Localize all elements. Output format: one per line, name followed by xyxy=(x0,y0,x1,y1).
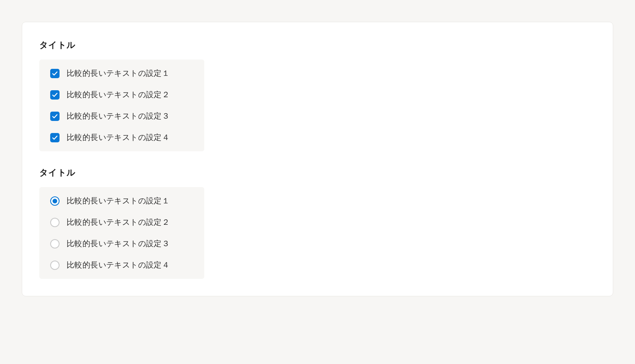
radio-option-row[interactable]: 比較的長いテキストの設定１ xyxy=(39,190,204,212)
option-label: 比較的長いテキストの設定４ xyxy=(67,260,170,270)
checkbox-icon xyxy=(50,112,60,121)
radio-options-panel: 比較的長いテキストの設定１ 比較的長いテキストの設定２ 比較的長いテキストの設定… xyxy=(39,187,204,279)
radio-option-row[interactable]: 比較的長いテキストの設定２ xyxy=(39,212,204,233)
radio-icon xyxy=(50,218,60,227)
checkbox-option-row[interactable]: 比較的長いテキストの設定２ xyxy=(39,84,204,105)
checkbox-option-row[interactable]: 比較的長いテキストの設定１ xyxy=(39,63,204,84)
radio-section: タイトル 比較的長いテキストの設定１ 比較的長いテキストの設定２ 比較的長いテキ… xyxy=(39,167,596,279)
checkbox-options-panel: 比較的長いテキストの設定１ 比較的長いテキストの設定２ 比較的長いテキストの設定… xyxy=(39,60,204,151)
option-label: 比較的長いテキストの設定１ xyxy=(67,196,170,206)
option-label: 比較的長いテキストの設定４ xyxy=(67,132,170,143)
radio-option-row[interactable]: 比較的長いテキストの設定４ xyxy=(39,254,204,276)
radio-option-row[interactable]: 比較的長いテキストの設定３ xyxy=(39,233,204,254)
option-label: 比較的長いテキストの設定２ xyxy=(67,217,170,228)
radio-icon xyxy=(50,196,60,206)
checkbox-option-row[interactable]: 比較的長いテキストの設定４ xyxy=(39,127,204,148)
option-label: 比較的長いテキストの設定１ xyxy=(67,68,170,79)
section-title: タイトル xyxy=(39,167,596,178)
radio-icon xyxy=(50,261,60,270)
radio-icon xyxy=(50,239,60,248)
section-title: タイトル xyxy=(39,39,596,51)
checkbox-icon xyxy=(50,133,60,142)
settings-card: タイトル 比較的長いテキストの設定１ 比較的長いテキストの設定２ 比較的長いテキ… xyxy=(22,22,613,296)
checkbox-section: タイトル 比較的長いテキストの設定１ 比較的長いテキストの設定２ 比較的長いテキ… xyxy=(39,39,596,151)
checkbox-icon xyxy=(50,69,60,78)
option-label: 比較的長いテキストの設定３ xyxy=(67,111,170,121)
option-label: 比較的長いテキストの設定２ xyxy=(67,89,170,100)
checkbox-icon xyxy=(50,90,60,100)
checkbox-option-row[interactable]: 比較的長いテキストの設定３ xyxy=(39,105,204,127)
option-label: 比較的長いテキストの設定３ xyxy=(67,238,170,249)
